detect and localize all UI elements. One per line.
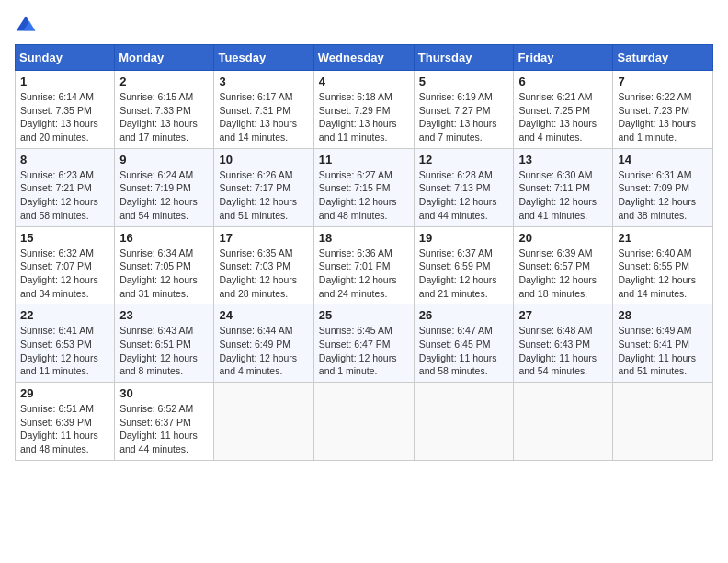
day-number: 16 xyxy=(119,231,209,245)
day-info: Sunrise: 6:43 AM Sunset: 6:51 PM Dayligh… xyxy=(119,324,209,378)
day-number: 17 xyxy=(219,231,308,245)
calendar-cell xyxy=(313,383,414,461)
day-info: Sunrise: 6:44 AM Sunset: 6:49 PM Dayligh… xyxy=(219,324,308,378)
day-info: Sunrise: 6:21 AM Sunset: 7:25 PM Dayligh… xyxy=(518,90,608,144)
calendar-cell: 21 Sunrise: 6:40 AM Sunset: 6:55 PM Dayl… xyxy=(613,226,713,304)
day-number: 12 xyxy=(419,153,509,167)
calendar-cell: 26 Sunrise: 6:47 AM Sunset: 6:45 PM Dayl… xyxy=(414,304,514,383)
calendar-cell xyxy=(613,383,713,461)
calendar-cell: 5 Sunrise: 6:19 AM Sunset: 7:27 PM Dayli… xyxy=(414,71,514,149)
day-number: 27 xyxy=(518,308,608,322)
calendar-cell: 4 Sunrise: 6:18 AM Sunset: 7:29 PM Dayli… xyxy=(313,71,414,149)
day-info: Sunrise: 6:39 AM Sunset: 6:57 PM Dayligh… xyxy=(518,247,608,301)
calendar-week-row: 15 Sunrise: 6:32 AM Sunset: 7:07 PM Dayl… xyxy=(16,226,713,304)
day-number: 22 xyxy=(20,308,109,322)
calendar-cell: 22 Sunrise: 6:41 AM Sunset: 6:53 PM Dayl… xyxy=(16,304,115,383)
day-info: Sunrise: 6:23 AM Sunset: 7:21 PM Dayligh… xyxy=(20,168,109,223)
logo xyxy=(15,15,40,37)
day-number: 5 xyxy=(419,75,509,88)
calendar-cell: 19 Sunrise: 6:37 AM Sunset: 6:59 PM Dayl… xyxy=(414,226,514,304)
calendar-cell: 8 Sunrise: 6:23 AM Sunset: 7:21 PM Dayli… xyxy=(16,148,115,226)
calendar-cell: 2 Sunrise: 6:15 AM Sunset: 7:33 PM Dayli… xyxy=(115,71,214,149)
calendar-cell: 10 Sunrise: 6:26 AM Sunset: 7:17 PM Dayl… xyxy=(214,148,313,226)
day-info: Sunrise: 6:37 AM Sunset: 6:59 PM Dayligh… xyxy=(419,247,509,301)
calendar-cell: 7 Sunrise: 6:22 AM Sunset: 7:23 PM Dayli… xyxy=(613,71,713,149)
calendar-week-row: 22 Sunrise: 6:41 AM Sunset: 6:53 PM Dayl… xyxy=(16,304,713,383)
day-header-sunday: Sunday xyxy=(16,45,115,71)
day-number: 25 xyxy=(319,308,409,322)
day-header-thursday: Thursday xyxy=(414,45,514,71)
day-number: 20 xyxy=(518,231,608,245)
day-info: Sunrise: 6:48 AM Sunset: 6:43 PM Dayligh… xyxy=(518,324,608,378)
logo-icon xyxy=(15,15,37,37)
calendar-cell: 15 Sunrise: 6:32 AM Sunset: 7:07 PM Dayl… xyxy=(16,226,115,304)
day-number: 10 xyxy=(219,153,308,167)
day-info: Sunrise: 6:14 AM Sunset: 7:35 PM Dayligh… xyxy=(20,90,109,144)
day-info: Sunrise: 6:40 AM Sunset: 6:55 PM Dayligh… xyxy=(618,247,708,301)
day-header-saturday: Saturday xyxy=(613,45,713,71)
day-info: Sunrise: 6:17 AM Sunset: 7:31 PM Dayligh… xyxy=(219,90,308,144)
day-info: Sunrise: 6:35 AM Sunset: 7:03 PM Dayligh… xyxy=(219,247,308,301)
calendar-week-row: 8 Sunrise: 6:23 AM Sunset: 7:21 PM Dayli… xyxy=(16,148,713,226)
day-number: 3 xyxy=(219,75,308,88)
calendar-cell: 23 Sunrise: 6:43 AM Sunset: 6:51 PM Dayl… xyxy=(115,304,214,383)
day-info: Sunrise: 6:24 AM Sunset: 7:19 PM Dayligh… xyxy=(119,168,209,223)
day-info: Sunrise: 6:15 AM Sunset: 7:33 PM Dayligh… xyxy=(119,90,209,144)
calendar-cell: 25 Sunrise: 6:45 AM Sunset: 6:47 PM Dayl… xyxy=(313,304,414,383)
day-number: 21 xyxy=(618,231,708,245)
day-info: Sunrise: 6:51 AM Sunset: 6:39 PM Dayligh… xyxy=(20,402,109,456)
day-header-wednesday: Wednesday xyxy=(313,45,414,71)
calendar-cell: 27 Sunrise: 6:48 AM Sunset: 6:43 PM Dayl… xyxy=(514,304,613,383)
calendar-week-row: 1 Sunrise: 6:14 AM Sunset: 7:35 PM Dayli… xyxy=(16,71,713,149)
calendar-header-row: SundayMondayTuesdayWednesdayThursdayFrid… xyxy=(16,45,713,71)
day-number: 30 xyxy=(119,386,209,400)
day-info: Sunrise: 6:19 AM Sunset: 7:27 PM Dayligh… xyxy=(419,90,509,144)
day-number: 2 xyxy=(119,75,209,88)
day-number: 19 xyxy=(419,231,509,245)
day-info: Sunrise: 6:31 AM Sunset: 7:09 PM Dayligh… xyxy=(618,168,708,223)
day-info: Sunrise: 6:52 AM Sunset: 6:37 PM Dayligh… xyxy=(119,402,209,456)
page-header xyxy=(15,15,713,37)
calendar-cell: 28 Sunrise: 6:49 AM Sunset: 6:41 PM Dayl… xyxy=(613,304,713,383)
day-number: 26 xyxy=(419,308,509,322)
day-number: 6 xyxy=(518,75,608,88)
day-info: Sunrise: 6:30 AM Sunset: 7:11 PM Dayligh… xyxy=(518,168,608,223)
calendar-cell: 6 Sunrise: 6:21 AM Sunset: 7:25 PM Dayli… xyxy=(514,71,613,149)
calendar-cell: 1 Sunrise: 6:14 AM Sunset: 7:35 PM Dayli… xyxy=(16,71,115,149)
day-info: Sunrise: 6:34 AM Sunset: 7:05 PM Dayligh… xyxy=(119,247,209,301)
day-info: Sunrise: 6:27 AM Sunset: 7:15 PM Dayligh… xyxy=(319,168,409,223)
day-header-tuesday: Tuesday xyxy=(214,45,313,71)
calendar-cell: 13 Sunrise: 6:30 AM Sunset: 7:11 PM Dayl… xyxy=(514,148,613,226)
calendar-cell: 17 Sunrise: 6:35 AM Sunset: 7:03 PM Dayl… xyxy=(214,226,313,304)
day-number: 29 xyxy=(20,386,109,400)
calendar-cell: 16 Sunrise: 6:34 AM Sunset: 7:05 PM Dayl… xyxy=(115,226,214,304)
day-header-monday: Monday xyxy=(115,45,214,71)
day-number: 23 xyxy=(119,308,209,322)
calendar-cell: 11 Sunrise: 6:27 AM Sunset: 7:15 PM Dayl… xyxy=(313,148,414,226)
day-info: Sunrise: 6:47 AM Sunset: 6:45 PM Dayligh… xyxy=(419,324,509,378)
day-info: Sunrise: 6:26 AM Sunset: 7:17 PM Dayligh… xyxy=(219,168,308,223)
day-number: 4 xyxy=(319,75,409,88)
calendar-cell: 20 Sunrise: 6:39 AM Sunset: 6:57 PM Dayl… xyxy=(514,226,613,304)
day-number: 13 xyxy=(518,153,608,167)
day-number: 7 xyxy=(618,75,708,88)
day-info: Sunrise: 6:28 AM Sunset: 7:13 PM Dayligh… xyxy=(419,168,509,223)
day-info: Sunrise: 6:18 AM Sunset: 7:29 PM Dayligh… xyxy=(319,90,409,144)
calendar-cell: 30 Sunrise: 6:52 AM Sunset: 6:37 PM Dayl… xyxy=(115,383,214,461)
calendar-cell xyxy=(514,383,613,461)
calendar-cell xyxy=(214,383,313,461)
calendar-cell: 12 Sunrise: 6:28 AM Sunset: 7:13 PM Dayl… xyxy=(414,148,514,226)
day-info: Sunrise: 6:49 AM Sunset: 6:41 PM Dayligh… xyxy=(618,324,708,378)
day-number: 28 xyxy=(618,308,708,322)
calendar-week-row: 29 Sunrise: 6:51 AM Sunset: 6:39 PM Dayl… xyxy=(16,383,713,461)
day-number: 14 xyxy=(618,153,708,167)
calendar-cell: 3 Sunrise: 6:17 AM Sunset: 7:31 PM Dayli… xyxy=(214,71,313,149)
day-header-friday: Friday xyxy=(514,45,613,71)
calendar-cell: 24 Sunrise: 6:44 AM Sunset: 6:49 PM Dayl… xyxy=(214,304,313,383)
day-info: Sunrise: 6:32 AM Sunset: 7:07 PM Dayligh… xyxy=(20,247,109,301)
day-info: Sunrise: 6:22 AM Sunset: 7:23 PM Dayligh… xyxy=(618,90,708,144)
day-number: 9 xyxy=(119,153,209,167)
calendar-table: SundayMondayTuesdayWednesdayThursdayFrid… xyxy=(15,44,713,461)
calendar-cell: 29 Sunrise: 6:51 AM Sunset: 6:39 PM Dayl… xyxy=(16,383,115,461)
day-info: Sunrise: 6:41 AM Sunset: 6:53 PM Dayligh… xyxy=(20,324,109,378)
